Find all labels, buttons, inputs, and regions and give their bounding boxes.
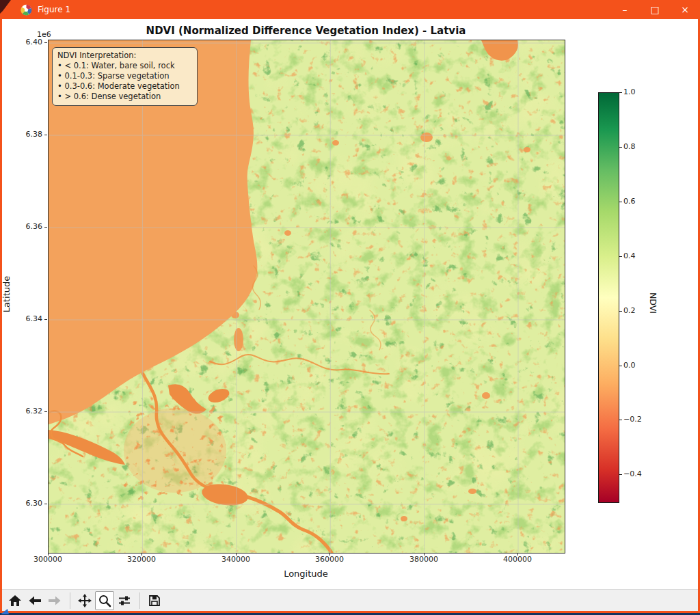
y-tick-label: 6.36 (21, 222, 42, 231)
colorbar-tick (619, 474, 622, 475)
colorbar-tick (619, 202, 622, 202)
legend-box: NDVI Interpretation: • < 0.1: Water, bar… (52, 47, 198, 106)
colorbar-tick (619, 92, 622, 93)
forward-arrow-icon (47, 593, 62, 608)
toolbar-separator (70, 592, 70, 609)
zoom-magnifier-icon (97, 593, 112, 608)
plot-title: NDVI (Normalized Difference Vegetation I… (48, 25, 564, 37)
x-tick-label: 360000 (309, 555, 350, 564)
x-tick-label: 380000 (403, 555, 444, 564)
x-tick-label: 320000 (121, 555, 162, 564)
colorbar-tick-label: 0.0 (623, 361, 648, 370)
legend-title: NDVI Interpretation: (57, 51, 192, 61)
close-button[interactable]: × (670, 0, 700, 19)
colorbar-tick-label: 0.2 (623, 306, 648, 315)
window-border-left (0, 19, 2, 611)
pan-icon (77, 593, 92, 608)
colorbar (598, 92, 619, 503)
y-tick (44, 319, 47, 320)
save-floppy-icon (147, 593, 162, 608)
legend-item: • > 0.6: Dense vegetation (57, 92, 192, 102)
y-tick (44, 504, 47, 504)
y-tick (44, 135, 47, 135)
y-tick-label: 6.38 (21, 130, 42, 139)
colorbar-tick (619, 147, 622, 148)
colorbar-tick (619, 366, 622, 366)
back-arrow-icon (27, 593, 42, 608)
matplotlib-toolbar (0, 589, 700, 611)
y-tick (44, 227, 47, 228)
figure-canvas: NDVI (Normalized Difference Vegetation I… (0, 19, 700, 589)
colorbar-tick-label: 1.0 (623, 87, 648, 96)
colorbar-tick-label: 0.8 (623, 142, 648, 151)
pan-button[interactable] (75, 591, 94, 610)
x-tick-label: 340000 (215, 555, 256, 564)
window-title: Figure 1 (38, 5, 70, 14)
save-button[interactable] (145, 591, 164, 610)
toolbar-separator (139, 592, 140, 609)
colorbar-tick (619, 311, 622, 312)
colorbar-tick-label: 0.6 (623, 197, 648, 206)
colorbar-tick (619, 256, 622, 257)
cursor-artifact-top (0, 0, 14, 15)
window-titlebar[interactable]: Figure 1 – □ × (0, 0, 700, 19)
colorbar-axis-label: NDVI (648, 292, 658, 314)
y-tick (44, 411, 47, 412)
maximize-button[interactable]: □ (640, 0, 670, 19)
colorbar-tick-label: −0.4 (623, 469, 648, 478)
y-tick-label: 6.34 (21, 314, 42, 323)
forward-button[interactable] (45, 591, 64, 610)
colorbar-tick-label: −0.2 (623, 415, 648, 424)
zoom-button[interactable] (95, 591, 114, 610)
legend-item: • 0.3-0.6: Moderate vegetation (57, 81, 192, 92)
colorbar-tick-label: 0.4 (623, 251, 648, 260)
minimize-button[interactable]: – (610, 0, 640, 19)
configure-subplots-button[interactable] (115, 591, 134, 610)
y-tick-label: 6.30 (21, 499, 42, 508)
y-tick-label: 6.32 (21, 407, 42, 415)
matplotlib-figure-icon (21, 4, 32, 16)
y-tick (44, 42, 47, 43)
y-axis-label: Latitude (1, 271, 12, 318)
ndvi-map (49, 40, 565, 553)
y-tick-label: 6.40 (21, 38, 42, 46)
x-tick-label: 300000 (27, 555, 68, 564)
screenshot-root: Figure 1 – □ × NDVI (Normalized Differen… (0, 0, 700, 615)
cursor-artifact-bottom (0, 605, 11, 615)
colorbar-tick (619, 420, 622, 420)
sliders-icon (117, 593, 132, 608)
legend-item: • 0.1-0.3: Sparse vegetation (57, 71, 192, 81)
back-button[interactable] (25, 591, 44, 610)
x-tick-label: 400000 (497, 555, 538, 564)
window-border-bottom (0, 611, 700, 613)
x-axis-label: Longitude (48, 569, 564, 579)
map-plot-area[interactable] (48, 40, 565, 554)
legend-item: • < 0.1: Water, bare soil, rock (57, 61, 192, 71)
